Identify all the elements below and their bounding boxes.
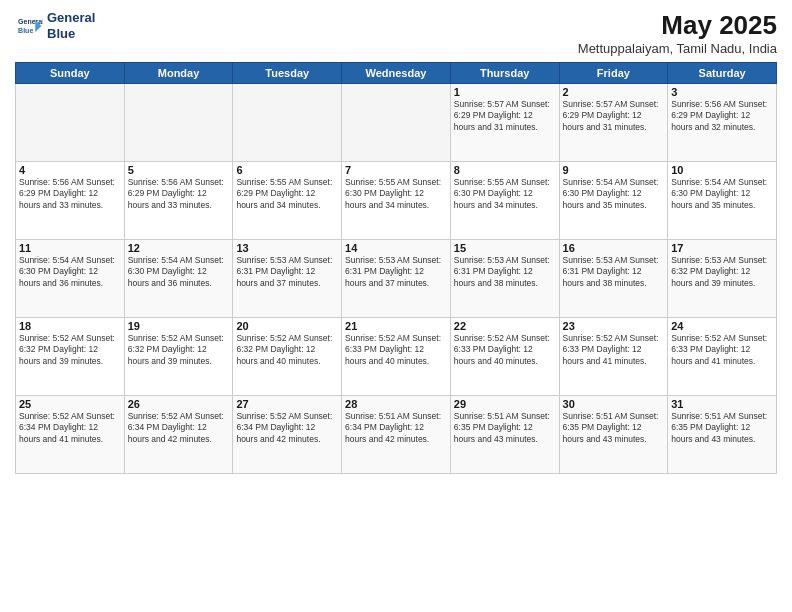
- day-info: Sunrise: 5:56 AM Sunset: 6:29 PM Dayligh…: [19, 177, 121, 211]
- calendar-cell: 26Sunrise: 5:52 AM Sunset: 6:34 PM Dayli…: [124, 396, 233, 474]
- day-number: 14: [345, 242, 447, 254]
- day-number: 7: [345, 164, 447, 176]
- calendar-cell: 19Sunrise: 5:52 AM Sunset: 6:32 PM Dayli…: [124, 318, 233, 396]
- day-info: Sunrise: 5:54 AM Sunset: 6:30 PM Dayligh…: [19, 255, 121, 289]
- calendar-cell: 24Sunrise: 5:52 AM Sunset: 6:33 PM Dayli…: [668, 318, 777, 396]
- calendar-cell: 16Sunrise: 5:53 AM Sunset: 6:31 PM Dayli…: [559, 240, 668, 318]
- header-row: SundayMondayTuesdayWednesdayThursdayFrid…: [16, 63, 777, 84]
- calendar-cell: 21Sunrise: 5:52 AM Sunset: 6:33 PM Dayli…: [342, 318, 451, 396]
- day-header-friday: Friday: [559, 63, 668, 84]
- calendar-cell: 20Sunrise: 5:52 AM Sunset: 6:32 PM Dayli…: [233, 318, 342, 396]
- week-row-4: 18Sunrise: 5:52 AM Sunset: 6:32 PM Dayli…: [16, 318, 777, 396]
- day-info: Sunrise: 5:52 AM Sunset: 6:32 PM Dayligh…: [19, 333, 121, 367]
- day-info: Sunrise: 5:52 AM Sunset: 6:33 PM Dayligh…: [671, 333, 773, 367]
- calendar-cell: [342, 84, 451, 162]
- day-header-sunday: Sunday: [16, 63, 125, 84]
- day-number: 9: [563, 164, 665, 176]
- day-number: 3: [671, 86, 773, 98]
- day-number: 16: [563, 242, 665, 254]
- day-info: Sunrise: 5:52 AM Sunset: 6:34 PM Dayligh…: [236, 411, 338, 445]
- day-info: Sunrise: 5:51 AM Sunset: 6:35 PM Dayligh…: [454, 411, 556, 445]
- calendar-cell: 17Sunrise: 5:53 AM Sunset: 6:32 PM Dayli…: [668, 240, 777, 318]
- calendar-cell: 3Sunrise: 5:56 AM Sunset: 6:29 PM Daylig…: [668, 84, 777, 162]
- calendar-cell: 12Sunrise: 5:54 AM Sunset: 6:30 PM Dayli…: [124, 240, 233, 318]
- calendar-cell: 5Sunrise: 5:56 AM Sunset: 6:29 PM Daylig…: [124, 162, 233, 240]
- week-row-3: 11Sunrise: 5:54 AM Sunset: 6:30 PM Dayli…: [16, 240, 777, 318]
- day-number: 17: [671, 242, 773, 254]
- day-info: Sunrise: 5:53 AM Sunset: 6:31 PM Dayligh…: [454, 255, 556, 289]
- day-info: Sunrise: 5:56 AM Sunset: 6:29 PM Dayligh…: [128, 177, 230, 211]
- day-info: Sunrise: 5:52 AM Sunset: 6:33 PM Dayligh…: [454, 333, 556, 367]
- calendar-cell: 2Sunrise: 5:57 AM Sunset: 6:29 PM Daylig…: [559, 84, 668, 162]
- calendar-cell: 11Sunrise: 5:54 AM Sunset: 6:30 PM Dayli…: [16, 240, 125, 318]
- day-number: 15: [454, 242, 556, 254]
- day-info: Sunrise: 5:52 AM Sunset: 6:33 PM Dayligh…: [345, 333, 447, 367]
- day-info: Sunrise: 5:54 AM Sunset: 6:30 PM Dayligh…: [563, 177, 665, 211]
- day-number: 10: [671, 164, 773, 176]
- day-header-monday: Monday: [124, 63, 233, 84]
- day-number: 4: [19, 164, 121, 176]
- day-info: Sunrise: 5:55 AM Sunset: 6:30 PM Dayligh…: [454, 177, 556, 211]
- day-number: 27: [236, 398, 338, 410]
- day-number: 19: [128, 320, 230, 332]
- day-info: Sunrise: 5:56 AM Sunset: 6:29 PM Dayligh…: [671, 99, 773, 133]
- day-number: 11: [19, 242, 121, 254]
- subtitle: Mettuppalaiyam, Tamil Nadu, India: [578, 41, 777, 56]
- day-info: Sunrise: 5:53 AM Sunset: 6:32 PM Dayligh…: [671, 255, 773, 289]
- day-info: Sunrise: 5:52 AM Sunset: 6:33 PM Dayligh…: [563, 333, 665, 367]
- day-number: 28: [345, 398, 447, 410]
- calendar-cell: 14Sunrise: 5:53 AM Sunset: 6:31 PM Dayli…: [342, 240, 451, 318]
- page: General Blue General Blue May 2025 Mettu…: [0, 0, 792, 612]
- calendar-cell: 9Sunrise: 5:54 AM Sunset: 6:30 PM Daylig…: [559, 162, 668, 240]
- day-info: Sunrise: 5:57 AM Sunset: 6:29 PM Dayligh…: [454, 99, 556, 133]
- calendar-cell: 28Sunrise: 5:51 AM Sunset: 6:34 PM Dayli…: [342, 396, 451, 474]
- day-info: Sunrise: 5:55 AM Sunset: 6:30 PM Dayligh…: [345, 177, 447, 211]
- day-info: Sunrise: 5:51 AM Sunset: 6:35 PM Dayligh…: [563, 411, 665, 445]
- day-number: 2: [563, 86, 665, 98]
- logo-icon: General Blue: [15, 12, 43, 40]
- calendar-cell: 8Sunrise: 5:55 AM Sunset: 6:30 PM Daylig…: [450, 162, 559, 240]
- calendar-cell: 25Sunrise: 5:52 AM Sunset: 6:34 PM Dayli…: [16, 396, 125, 474]
- day-info: Sunrise: 5:53 AM Sunset: 6:31 PM Dayligh…: [236, 255, 338, 289]
- svg-text:Blue: Blue: [18, 27, 33, 34]
- week-row-2: 4Sunrise: 5:56 AM Sunset: 6:29 PM Daylig…: [16, 162, 777, 240]
- day-number: 25: [19, 398, 121, 410]
- day-info: Sunrise: 5:52 AM Sunset: 6:34 PM Dayligh…: [19, 411, 121, 445]
- day-info: Sunrise: 5:52 AM Sunset: 6:32 PM Dayligh…: [236, 333, 338, 367]
- day-number: 24: [671, 320, 773, 332]
- calendar-cell: 4Sunrise: 5:56 AM Sunset: 6:29 PM Daylig…: [16, 162, 125, 240]
- day-info: Sunrise: 5:52 AM Sunset: 6:34 PM Dayligh…: [128, 411, 230, 445]
- day-number: 5: [128, 164, 230, 176]
- calendar-cell: [16, 84, 125, 162]
- main-title: May 2025: [578, 10, 777, 41]
- title-block: May 2025 Mettuppalaiyam, Tamil Nadu, Ind…: [578, 10, 777, 56]
- day-info: Sunrise: 5:54 AM Sunset: 6:30 PM Dayligh…: [128, 255, 230, 289]
- logo-text: General: [47, 10, 95, 26]
- day-info: Sunrise: 5:54 AM Sunset: 6:30 PM Dayligh…: [671, 177, 773, 211]
- day-number: 23: [563, 320, 665, 332]
- calendar-cell: 1Sunrise: 5:57 AM Sunset: 6:29 PM Daylig…: [450, 84, 559, 162]
- calendar-cell: 29Sunrise: 5:51 AM Sunset: 6:35 PM Dayli…: [450, 396, 559, 474]
- calendar-cell: 31Sunrise: 5:51 AM Sunset: 6:35 PM Dayli…: [668, 396, 777, 474]
- calendar-cell: 18Sunrise: 5:52 AM Sunset: 6:32 PM Dayli…: [16, 318, 125, 396]
- calendar-cell: 15Sunrise: 5:53 AM Sunset: 6:31 PM Dayli…: [450, 240, 559, 318]
- day-number: 22: [454, 320, 556, 332]
- day-number: 6: [236, 164, 338, 176]
- day-number: 18: [19, 320, 121, 332]
- calendar-cell: [124, 84, 233, 162]
- calendar-cell: 6Sunrise: 5:55 AM Sunset: 6:29 PM Daylig…: [233, 162, 342, 240]
- day-number: 30: [563, 398, 665, 410]
- day-info: Sunrise: 5:51 AM Sunset: 6:34 PM Dayligh…: [345, 411, 447, 445]
- calendar-cell: [233, 84, 342, 162]
- day-number: 8: [454, 164, 556, 176]
- calendar-table: SundayMondayTuesdayWednesdayThursdayFrid…: [15, 62, 777, 474]
- logo-text2: Blue: [47, 26, 95, 42]
- day-info: Sunrise: 5:57 AM Sunset: 6:29 PM Dayligh…: [563, 99, 665, 133]
- day-info: Sunrise: 5:53 AM Sunset: 6:31 PM Dayligh…: [345, 255, 447, 289]
- day-info: Sunrise: 5:53 AM Sunset: 6:31 PM Dayligh…: [563, 255, 665, 289]
- day-info: Sunrise: 5:52 AM Sunset: 6:32 PM Dayligh…: [128, 333, 230, 367]
- week-row-5: 25Sunrise: 5:52 AM Sunset: 6:34 PM Dayli…: [16, 396, 777, 474]
- day-number: 1: [454, 86, 556, 98]
- header: General Blue General Blue May 2025 Mettu…: [15, 10, 777, 56]
- calendar-cell: 23Sunrise: 5:52 AM Sunset: 6:33 PM Dayli…: [559, 318, 668, 396]
